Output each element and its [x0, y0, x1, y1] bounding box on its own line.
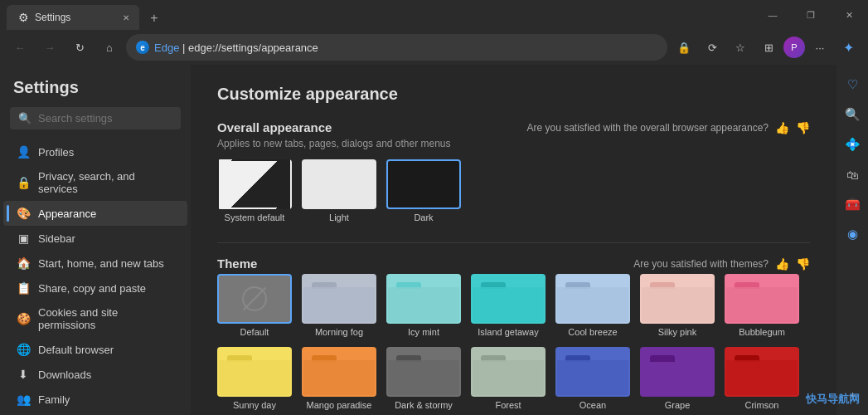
appearance-option-dark[interactable]: Dark [386, 159, 461, 222]
theme-thumbs-down[interactable]: 👎 [796, 257, 810, 271]
more-button[interactable]: ··· [807, 34, 833, 61]
search-icon: 🔍 [18, 112, 32, 124]
collections-icon[interactable]: ⊞ [755, 34, 782, 61]
theme-option-row2-3[interactable]: Grape [640, 347, 715, 410]
theme-label-morning-fog: Morning fog [315, 327, 363, 337]
close-button[interactable]: ✕ [830, 0, 868, 30]
theme-option-icy-mint[interactable]: Icy mint [386, 274, 461, 337]
theme-section-header: Theme Are you satisfied with themes? 👍 👎 [217, 256, 810, 271]
theme-option-morning-fog[interactable]: Morning fog [302, 274, 376, 337]
theme-folder-morning-fog [303, 276, 376, 324]
folder-body [303, 360, 376, 397]
theme-label-dark-stormy: Dark & stormy [395, 400, 453, 410]
theme-folder-icy-mint [388, 276, 461, 324]
right-sidebar-copilot[interactable]: 💠 [839, 131, 866, 158]
right-sidebar-tools[interactable]: 🧰 [839, 191, 866, 217]
folder-body [642, 287, 715, 324]
overall-thumbs-down[interactable]: 👎 [796, 121, 810, 134]
star-icon[interactable]: ☆ [727, 34, 754, 61]
theme-preview-cool-breeze [555, 274, 630, 324]
nav-icon-start: 🏠 [17, 256, 30, 270]
appearance-option-system-default[interactable]: System default [217, 159, 292, 222]
overall-thumbs-up[interactable]: 👍 [775, 121, 789, 134]
nav-icon-privacy: 🔒 [17, 176, 30, 189]
theme-label-default: Default [240, 327, 269, 337]
settings-sidebar: Settings 🔍 👤 Profiles 🔒 Privacy, search,… [0, 65, 191, 415]
restore-button[interactable]: ❐ [792, 0, 830, 30]
nav-label-cookies: Cookies and site permissions [38, 306, 174, 331]
lock-icon[interactable]: 🔒 [671, 34, 697, 61]
sidebar-item-sidebar[interactable]: ▣ Sidebar [3, 226, 187, 251]
theme-folder-bubblegum [726, 276, 799, 324]
nav-icon-downloads: ⬇ [17, 368, 30, 381]
sidebar-item-cookies[interactable]: 🍪 Cookies and site permissions [3, 300, 187, 337]
nav-icon-appearance: 🎨 [17, 207, 30, 220]
sidebar-item-share[interactable]: 📋 Share, copy and paste [3, 276, 187, 300]
sidebar-item-browser[interactable]: 🌐 Default browser [3, 337, 187, 362]
folder-body [388, 360, 461, 397]
appearance-option-light[interactable]: Light [302, 159, 376, 222]
forward-button[interactable]: → [36, 34, 63, 61]
folder-body [557, 360, 630, 397]
theme-label-cool-breeze: Cool breeze [568, 327, 617, 337]
search-input[interactable] [38, 112, 172, 124]
refresh-button[interactable]: ↻ [66, 34, 93, 61]
theme-option-row2-2[interactable]: Ocean [555, 347, 630, 410]
theme-label-row2-1: Forest [495, 400, 521, 410]
nav-label-share: Share, copy and paste [38, 282, 146, 295]
nav-label-profiles: Profiles [38, 146, 74, 159]
folder-body [473, 360, 546, 397]
theme-preview-sunny-day [217, 347, 292, 397]
page-title: Customize appearance [217, 85, 810, 104]
back-button[interactable]: ← [7, 34, 33, 61]
theme-option-default[interactable]: Default [217, 274, 292, 337]
theme-option-bubblegum[interactable]: Bubblegum [725, 274, 799, 337]
tab-close-btn[interactable]: ✕ [123, 13, 129, 22]
theme-option-cool-breeze[interactable]: Cool breeze [555, 274, 630, 337]
theme-folder-mango-paradise [303, 349, 376, 397]
theme-option-dark-stormy[interactable]: Dark & stormy [386, 347, 461, 410]
sidebar-item-start[interactable]: 🏠 Start, home, and new tabs [3, 251, 187, 276]
sidebar-item-family[interactable]: 👥 Family [3, 387, 187, 412]
copilot-icon[interactable]: ✦ [835, 34, 861, 61]
sidebar-item-languages[interactable]: 🌍 Languages [3, 412, 187, 415]
theme-option-row2-1[interactable]: Forest [471, 347, 546, 410]
nav-label-appearance: Appearance [38, 208, 96, 220]
theme-preview-morning-fog [302, 274, 376, 324]
theme-option-row2-4[interactable]: Crimson [725, 347, 799, 410]
theme-option-sunny-day[interactable]: Sunny day [217, 347, 292, 410]
refresh-icon-2[interactable]: ⟳ [699, 34, 725, 61]
right-sidebar-favorites[interactable]: ♡ [839, 71, 866, 98]
theme-label-row2-2: Ocean [579, 400, 606, 410]
appearance-preview-light [302, 159, 376, 209]
theme-option-mango-paradise[interactable]: Mango paradise [302, 347, 376, 410]
theme-preview-island-getaway [471, 274, 546, 324]
sidebar-item-profiles[interactable]: 👤 Profiles [3, 139, 187, 164]
sidebar-item-downloads[interactable]: ⬇ Downloads [3, 362, 187, 387]
settings-tab[interactable]: ⚙ Settings ✕ [7, 5, 139, 30]
minimize-button[interactable]: — [754, 0, 792, 30]
profile-button[interactable]: P [783, 37, 805, 58]
theme-preview-row2-3 [640, 347, 715, 397]
right-sidebar-search[interactable]: 🔍 [839, 101, 866, 128]
theme-folder-dark-stormy [388, 349, 461, 397]
right-sidebar-edge[interactable]: ◉ [839, 221, 866, 247]
home-button[interactable]: ⌂ [96, 34, 123, 61]
theme-folder-cool-breeze [557, 276, 630, 324]
sidebar-item-privacy[interactable]: 🔒 Privacy, search, and services [3, 164, 187, 201]
theme-preview-icy-mint [386, 274, 461, 324]
sidebar-item-appearance[interactable]: 🎨 Appearance [3, 201, 187, 226]
right-sidebar-shopping[interactable]: 🛍 [839, 161, 866, 188]
theme-thumbs-up[interactable]: 👍 [775, 257, 789, 271]
appearance-cards: System default Light Dark [217, 159, 810, 222]
theme-option-island-getaway[interactable]: Island getaway [471, 274, 546, 337]
address-bar[interactable]: e Edge | edge://settings/appearance [126, 34, 667, 61]
theme-folder-sunny-day [219, 349, 292, 397]
overall-satisfaction-area: Are you satisfied with the overall brows… [527, 121, 811, 134]
nav-label-downloads: Downloads [38, 369, 91, 381]
theme-satisfaction-area: Are you satisfied with themes? 👍 👎 [633, 257, 810, 271]
theme-option-silky-pink[interactable]: Silky pink [640, 274, 715, 337]
search-box[interactable]: 🔍 [10, 107, 181, 129]
appearance-label-dark: Dark [414, 212, 433, 222]
new-tab-button[interactable]: + [143, 7, 166, 30]
